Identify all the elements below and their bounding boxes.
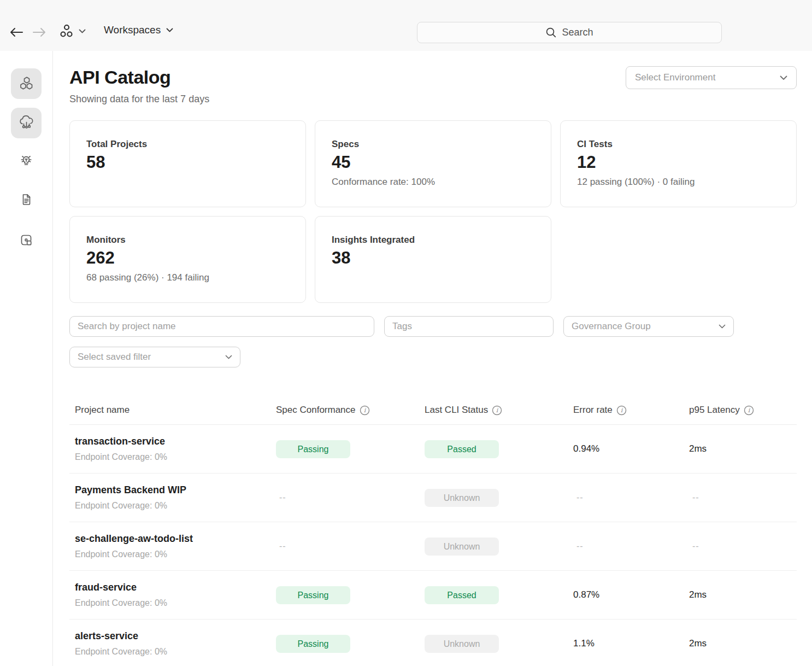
stat-card: Insights Integrated 38 (315, 216, 551, 303)
back-button[interactable] (8, 24, 25, 40)
environment-select-value: Select Environment (635, 72, 715, 83)
governance-group-value: Governance Group (572, 321, 651, 332)
project-cell: fraud-service Endpoint Coverage: 0% (69, 582, 276, 608)
stat-card-value: 12 (577, 153, 780, 172)
error-rate-cell: 1.1% (573, 638, 689, 649)
cli-status-cell: Passed (425, 440, 573, 458)
capture-frame-icon (19, 232, 34, 248)
cli-status-cell: Unknown (425, 635, 573, 653)
chevron-down-icon (166, 28, 173, 32)
workspace-switcher-button[interactable] (58, 23, 86, 39)
svg-text:i: i (748, 407, 750, 414)
spec-conformance-cell: Passing (276, 440, 425, 458)
global-search-input[interactable]: Search (417, 22, 722, 43)
stats-grid: Total Projects 58 Specs 45 Conformance r… (69, 120, 797, 303)
document-icon (19, 192, 34, 207)
spec-conformance-cell: -- (276, 493, 425, 503)
p95-latency-cell: 2ms (689, 589, 797, 600)
stat-card-label: CI Tests (577, 139, 780, 150)
top-bar: Workspaces Search (0, 0, 812, 51)
project-name: alerts-service (75, 630, 276, 642)
workspaces-menu-button[interactable]: Workspaces (104, 24, 173, 36)
search-icon (545, 27, 557, 38)
stat-card-label: Specs (332, 139, 534, 150)
saved-filter-row: Select saved filter (69, 347, 797, 367)
arrow-right-icon (32, 27, 46, 38)
status-badge: Passing (276, 440, 350, 458)
spec-conformance-cell: Passing (276, 586, 425, 604)
sidebar-item-deployments[interactable] (11, 108, 42, 138)
table-row[interactable]: se-challenge-aw-todo-list Endpoint Cover… (69, 522, 797, 571)
endpoint-coverage: Endpoint Coverage: 0% (75, 550, 276, 559)
stat-card: Monitors 262 68 passing (26%) · 194 fail… (69, 216, 306, 303)
hexagons-network-icon (19, 76, 34, 91)
forward-button[interactable] (31, 24, 48, 40)
project-name: se-challenge-aw-todo-list (75, 533, 276, 545)
page-subtitle: Showing data for the last 7 days (69, 94, 797, 105)
stat-card-value: 45 (332, 153, 534, 172)
sidebar-item-capture[interactable] (11, 225, 42, 255)
cli-status-cell: Unknown (425, 538, 573, 556)
status-badge: Passing (276, 586, 350, 604)
saved-filter-value: Select saved filter (78, 352, 151, 363)
governance-group-select[interactable]: Governance Group (563, 316, 734, 337)
stat-card-value: 58 (86, 153, 289, 172)
sidebar-item-documentation[interactable] (11, 184, 42, 215)
lightbulb-icon (18, 152, 34, 168)
stat-card-value: 38 (332, 248, 534, 268)
error-rate-cell: 0.87% (573, 589, 689, 600)
stat-card: CI Tests 12 12 passing (100%) · 0 failin… (560, 120, 797, 207)
project-cell: Payments Backend WIP Endpoint Coverage: … (69, 484, 276, 511)
status-badge: Unknown (425, 489, 499, 507)
project-name: Payments Backend WIP (75, 484, 276, 496)
endpoint-coverage: Endpoint Coverage: 0% (75, 452, 276, 462)
filters-row: Governance Group (69, 316, 797, 337)
project-cell: transaction-service Endpoint Coverage: 0… (69, 436, 276, 462)
table-row[interactable]: fraud-service Endpoint Coverage: 0% Pass… (69, 571, 797, 620)
stat-card-subtext: 68 passing (26%) · 194 failing (86, 272, 289, 283)
environment-select[interactable]: Select Environment (626, 66, 797, 89)
info-icon[interactable]: i (616, 405, 627, 416)
projects-table: Project name Spec Conformance i Last CLI… (69, 395, 797, 666)
tags-input[interactable] (384, 316, 554, 337)
column-header-p95-latency: p95 Latency i (689, 395, 797, 424)
chevron-down-icon (79, 29, 86, 33)
info-icon[interactable]: i (492, 405, 502, 416)
project-name: fraud-service (75, 582, 276, 593)
sidebar-item-apis[interactable] (11, 68, 42, 99)
stat-card: Total Projects 58 (69, 120, 306, 207)
error-rate-cell: -- (573, 493, 689, 503)
p95-latency-cell: 2ms (689, 638, 797, 649)
stat-card-label: Monitors (86, 235, 289, 246)
table-header-row: Project name Spec Conformance i Last CLI… (69, 395, 797, 425)
saved-filter-select[interactable]: Select saved filter (69, 347, 240, 367)
status-badge: Passed (425, 586, 499, 604)
sidebar-item-insights[interactable] (11, 145, 42, 176)
endpoint-coverage: Endpoint Coverage: 0% (75, 647, 276, 657)
status-badge: Unknown (425, 538, 499, 556)
svg-text:i: i (621, 407, 623, 414)
info-icon[interactable]: i (360, 405, 370, 416)
p95-latency-cell: -- (689, 493, 797, 503)
p95-latency-cell: 2ms (689, 443, 797, 454)
cloud-deploy-icon (18, 115, 34, 131)
project-cell: alerts-service Endpoint Coverage: 0% (69, 630, 276, 657)
project-name-search-input[interactable] (69, 316, 374, 337)
global-search-placeholder: Search (562, 27, 593, 38)
chevron-down-icon (719, 324, 726, 329)
chevron-down-icon (780, 75, 787, 80)
p95-latency-cell: -- (689, 541, 797, 551)
stat-card-subtext: 12 passing (100%) · 0 failing (577, 177, 780, 188)
info-icon[interactable]: i (744, 405, 754, 416)
main-content: API Catalog Showing data for the last 7 … (54, 51, 812, 666)
workspaces-label: Workspaces (104, 24, 161, 36)
stat-card-value: 262 (86, 248, 289, 268)
spec-conformance-cell: Passing (276, 635, 425, 653)
table-row[interactable]: Payments Backend WIP Endpoint Coverage: … (69, 474, 797, 522)
table-row[interactable]: alerts-service Endpoint Coverage: 0% Pas… (69, 620, 797, 666)
stat-card: Specs 45 Conformance rate: 100% (315, 120, 551, 207)
svg-text:i: i (363, 407, 366, 414)
table-row[interactable]: transaction-service Endpoint Coverage: 0… (69, 425, 797, 474)
endpoint-coverage: Endpoint Coverage: 0% (75, 598, 276, 608)
stat-card-label: Total Projects (86, 139, 289, 150)
